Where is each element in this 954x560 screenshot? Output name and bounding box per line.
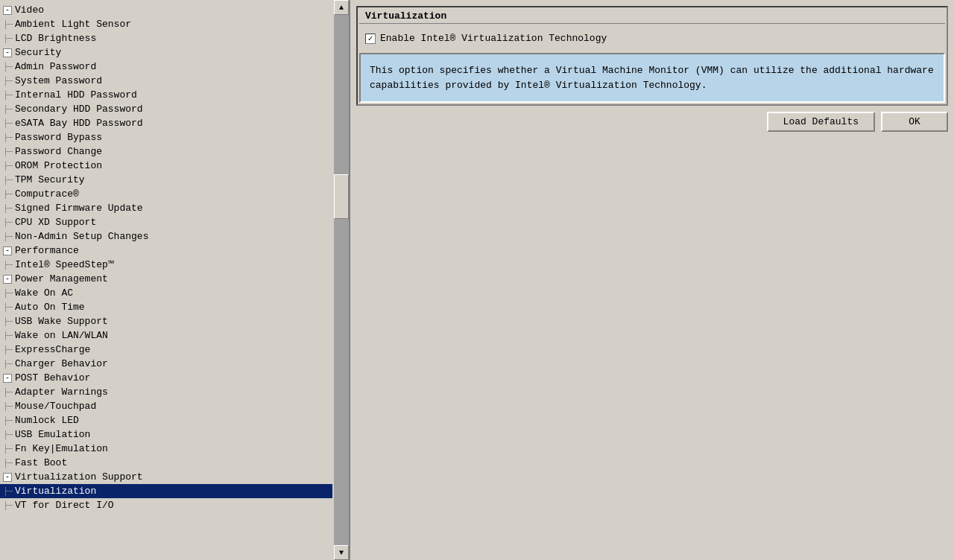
bottom-buttons: Load Defaults OK (356, 106, 948, 132)
tree-label-numlock-led: Numlock LED (15, 415, 79, 426)
tree-label-cpu-xd: CPU XD Support (15, 217, 96, 228)
expander-performance[interactable]: - (3, 246, 12, 255)
main-container: ▲ ▼ -Video├─Ambient Light Sensor├─LCD Br… (0, 0, 954, 560)
expander-security[interactable]: - (3, 48, 12, 57)
tree-label-wake-on-ac: Wake On AC (15, 287, 73, 299)
tree-item-vt-for-direct-io[interactable]: ├─VT for Direct I/O (0, 498, 332, 512)
tree-item-power-management[interactable]: -Power Management (0, 272, 332, 286)
tree-item-video[interactable]: -Video (0, 3, 332, 17)
scrollbar-track (334, 15, 349, 545)
tree-label-charger-behavior: Charger Behavior (15, 358, 108, 369)
expander-video[interactable]: - (3, 6, 12, 15)
tree-item-password-change[interactable]: ├─Password Change (0, 144, 332, 159)
right-panel: Virtualization ✓ Enable Intel® Virtualiz… (350, 0, 954, 560)
tree-item-performance[interactable]: -Performance (0, 244, 332, 258)
tree-item-wake-on-lan[interactable]: ├─Wake on LAN/WLAN (0, 328, 332, 343)
tree-item-signed-firmware[interactable]: ├─Signed Firmware Update (0, 201, 332, 215)
tree-label-wake-on-lan: Wake on LAN/WLAN (15, 330, 108, 341)
enable-virtualization-checkbox[interactable]: ✓ (365, 34, 376, 44)
tree-label-power-management: Power Management (15, 273, 108, 284)
left-panel: ▲ ▼ -Video├─Ambient Light Sensor├─LCD Br… (0, 0, 350, 560)
tree-item-wake-on-ac[interactable]: ├─Wake On AC (0, 286, 332, 300)
tree-label-fast-boot: Fast Boot (15, 457, 67, 468)
tree-container: ▲ ▼ -Video├─Ambient Light Sensor├─LCD Br… (0, 0, 349, 560)
tree-item-non-admin-setup[interactable]: ├─Non-Admin Setup Changes (0, 229, 332, 244)
tree-label-system-password: System Password (15, 75, 102, 86)
tree-label-performance: Performance (15, 245, 79, 256)
expander-post-behavior[interactable]: - (3, 374, 12, 383)
tree-label-adapter-warnings: Adapter Warnings (15, 386, 108, 398)
expander-virtualization-support[interactable]: - (3, 473, 12, 482)
description-text: This option specifies whether a Virtual … (370, 65, 934, 91)
virtualization-checkbox-row[interactable]: ✓ Enable Intel® Virtualization Technolog… (359, 30, 945, 47)
enable-virtualization-label: Enable Intel® Virtualization Technology (380, 33, 607, 44)
tree-label-post-behavior: POST Behavior (15, 372, 90, 384)
tree-label-esata-bay-hdd: eSATA Bay HDD Password (15, 118, 143, 129)
scroll-down-button[interactable]: ▼ (334, 545, 349, 560)
description-box: This option specifies whether a Virtual … (359, 53, 945, 103)
checkmark-icon: ✓ (368, 34, 373, 43)
tree-label-internal-hdd-password: Internal HDD Password (15, 89, 137, 101)
tree-label-expresscharge: ExpressCharge (15, 344, 90, 355)
virtualization-section: Virtualization ✓ Enable Intel® Virtualiz… (356, 6, 948, 106)
tree-label-tpm-security: TPM Security (15, 174, 85, 185)
tree-label-usb-emulation: USB Emulation (15, 429, 90, 440)
tree-item-intel-speedstep[interactable]: ├─Intel® SpeedStep™ (0, 258, 332, 272)
tree-label-intel-speedstep: Intel® SpeedStep™ (15, 259, 114, 270)
tree-label-ambient-light: Ambient Light Sensor (15, 19, 131, 30)
ok-button[interactable]: OK (881, 112, 948, 132)
tree-label-admin-password: Admin Password (15, 61, 96, 72)
tree-item-post-behavior[interactable]: -POST Behavior (0, 371, 332, 385)
expander-power-management[interactable]: - (3, 275, 12, 284)
tree-label-security: Security (15, 47, 61, 58)
tree-item-lcd-brightness[interactable]: ├─LCD Brightness (0, 31, 332, 45)
tree-list: -Video├─Ambient Light Sensor├─LCD Bright… (0, 0, 349, 515)
tree-item-system-password[interactable]: ├─System Password (0, 74, 332, 88)
tree-item-charger-behavior[interactable]: ├─Charger Behavior (0, 357, 332, 371)
section-title: Virtualization (365, 10, 446, 22)
tree-label-orom-protection: OROM Protection (15, 160, 102, 171)
tree-item-fn-key-emulation[interactable]: ├─Fn Key|Emulation (0, 442, 332, 456)
tree-label-signed-firmware: Signed Firmware Update (15, 203, 143, 214)
tree-item-security[interactable]: -Security (0, 45, 332, 60)
load-defaults-button[interactable]: Load Defaults (767, 112, 875, 132)
tree-label-computrace: Computrace® (15, 188, 79, 200)
tree-label-lcd-brightness: LCD Brightness (15, 33, 96, 44)
tree-item-tpm-security[interactable]: ├─TPM Security (0, 173, 332, 187)
scroll-up-button[interactable]: ▲ (334, 0, 349, 15)
tree-item-expresscharge[interactable]: ├─ExpressCharge (0, 343, 332, 357)
tree-item-virtualization[interactable]: ├─Virtualization (0, 484, 332, 498)
tree-label-fn-key-emulation: Fn Key|Emulation (15, 443, 108, 454)
tree-label-usb-wake-support: USB Wake Support (15, 316, 108, 327)
tree-item-esata-bay-hdd[interactable]: ├─eSATA Bay HDD Password (0, 116, 332, 130)
tree-label-password-change: Password Change (15, 146, 102, 157)
tree-item-ambient-light[interactable]: ├─Ambient Light Sensor (0, 17, 332, 31)
tree-item-secondary-hdd-password[interactable]: ├─Secondary HDD Password (0, 102, 332, 116)
tree-label-virtualization-support: Virtualization Support (15, 471, 143, 483)
tree-label-virtualization: Virtualization (15, 486, 96, 497)
tree-item-usb-wake-support[interactable]: ├─USB Wake Support (0, 314, 332, 328)
tree-item-orom-protection[interactable]: ├─OROM Protection (0, 159, 332, 173)
tree-label-non-admin-setup: Non-Admin Setup Changes (15, 231, 148, 242)
tree-item-adapter-warnings[interactable]: ├─Adapter Warnings (0, 385, 332, 399)
tree-item-fast-boot[interactable]: ├─Fast Boot (0, 456, 332, 470)
scrollbar-thumb[interactable] (334, 174, 349, 219)
tree-item-numlock-led[interactable]: ├─Numlock LED (0, 413, 332, 427)
tree-label-video: Video (15, 4, 44, 16)
tree-label-vt-for-direct-io: VT for Direct I/O (15, 500, 114, 511)
tree-item-internal-hdd-password[interactable]: ├─Internal HDD Password (0, 88, 332, 102)
tree-item-usb-emulation[interactable]: ├─USB Emulation (0, 427, 332, 442)
tree-label-mouse-touchpad: Mouse/Touchpad (15, 401, 96, 412)
tree-item-password-bypass[interactable]: ├─Password Bypass (0, 130, 332, 144)
tree-label-secondary-hdd-password: Secondary HDD Password (15, 104, 143, 115)
tree-item-virtualization-support[interactable]: -Virtualization Support (0, 470, 332, 484)
tree-item-auto-on-time[interactable]: ├─Auto On Time (0, 300, 332, 314)
tree-label-auto-on-time: Auto On Time (15, 302, 85, 313)
tree-item-mouse-touchpad[interactable]: ├─Mouse/Touchpad (0, 399, 332, 413)
tree-label-password-bypass: Password Bypass (15, 132, 102, 143)
tree-item-cpu-xd[interactable]: ├─CPU XD Support (0, 215, 332, 229)
tree-item-computrace[interactable]: ├─Computrace® (0, 187, 332, 201)
tree-item-admin-password[interactable]: ├─Admin Password (0, 60, 332, 74)
